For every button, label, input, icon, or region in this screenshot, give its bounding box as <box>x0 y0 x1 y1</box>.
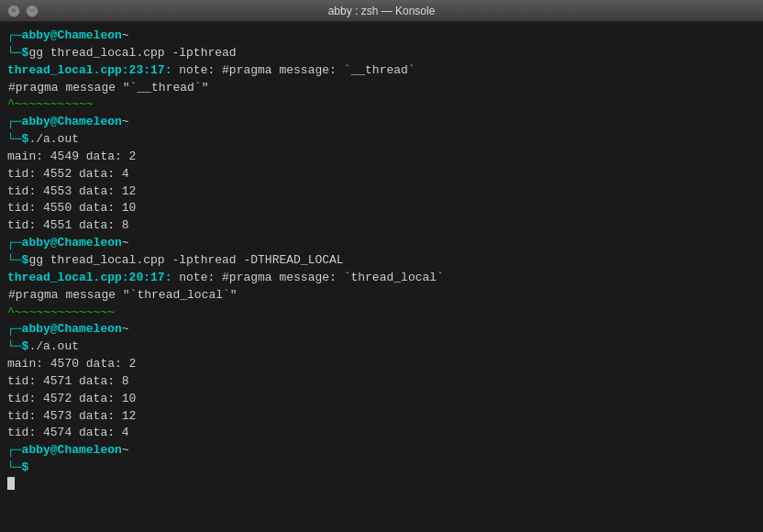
output-line: tid: 4573 data: 12 <box>7 408 756 426</box>
caret-line: ^~~~~~~~~~~~~~~ <box>7 305 756 322</box>
caret-line: ^~~~~~~~~~~~ <box>7 96 756 114</box>
prompt-cmd-line: └─$ <box>7 460 756 477</box>
output-line: tid: 4571 data: 8 <box>7 373 756 391</box>
prompt-tilde: ~ <box>122 321 129 338</box>
prompt-cmd-line: └─$ ./a.out <box>7 338 756 356</box>
output-line: tid: 4572 data: 10 <box>7 391 756 408</box>
output-line: tid: 4574 data: 4 <box>7 425 756 442</box>
note-line: thread_local.cpp:20:17: note: #pragma me… <box>7 270 756 287</box>
prompt-cmd: gg thread_local.cpp -lpthread <box>28 45 236 62</box>
prompt-dollar: └─$ <box>7 252 28 270</box>
titlebar: ✕ − abby : zsh — Konsole <box>0 0 763 22</box>
prompt-tilde: ~ <box>122 235 129 252</box>
output-line: main: 4549 data: 2 <box>7 149 756 166</box>
prompt-tilde: ~ <box>122 442 129 460</box>
prompt-host: ┌─abby@Chameleon <box>7 28 122 45</box>
output-line: tid: 4550 data: 10 <box>7 200 756 217</box>
output-line: main: 4570 data: 2 <box>7 356 756 373</box>
close-button[interactable]: ✕ <box>7 5 20 17</box>
prompt-tilde: ~ <box>122 114 129 131</box>
prompt-host: ┌─abby@Chameleon <box>7 114 122 131</box>
note-line: thread_local.cpp:23:17: note: #pragma me… <box>7 62 756 80</box>
prompt-dollar: └─$ <box>7 338 28 356</box>
prompt-line: ┌─abby@Chameleon ~ <box>7 114 756 131</box>
pragma-line: #pragma message "`thread_local`" <box>7 287 756 305</box>
pragma-line: #pragma message "`__thread`" <box>7 80 756 97</box>
prompt-cmd-line: └─$ ./a.out <box>7 131 756 149</box>
terminal: ┌─abby@Chameleon ~└─$ gg thread_local.cp… <box>0 22 763 532</box>
cursor-line <box>7 477 756 490</box>
prompt-cmd: gg thread_local.cpp -lpthread -DTHREAD_L… <box>28 252 343 270</box>
prompt-host: ┌─abby@Chameleon <box>7 235 122 252</box>
titlebar-buttons[interactable]: ✕ − <box>7 5 39 17</box>
prompt-cmd: ./a.out <box>28 131 79 149</box>
output-line: tid: 4551 data: 8 <box>7 217 756 235</box>
output-line: tid: 4552 data: 4 <box>7 166 756 183</box>
prompt-line: ┌─abby@Chameleon ~ <box>7 28 756 45</box>
output-line: tid: 4553 data: 12 <box>7 183 756 201</box>
prompt-tilde: ~ <box>122 28 129 45</box>
minimize-button[interactable]: − <box>26 5 39 17</box>
prompt-host: ┌─abby@Chameleon <box>7 442 122 460</box>
window-title: abby : zsh — Konsole <box>328 5 436 17</box>
prompt-dollar: └─$ <box>7 131 28 149</box>
prompt-dollar: └─$ <box>7 460 28 477</box>
prompt-cmd: ./a.out <box>28 338 79 356</box>
prompt-line: ┌─abby@Chameleon ~ <box>7 321 756 338</box>
prompt-cmd-line: └─$ gg thread_local.cpp -lpthread -DTHRE… <box>7 252 756 270</box>
terminal-cursor <box>7 477 15 490</box>
prompt-dollar: └─$ <box>7 45 28 62</box>
prompt-line: ┌─abby@Chameleon ~ <box>7 235 756 252</box>
prompt-host: ┌─abby@Chameleon <box>7 321 122 338</box>
prompt-line: ┌─abby@Chameleon ~ <box>7 442 756 460</box>
prompt-cmd-line: └─$ gg thread_local.cpp -lpthread <box>7 45 756 62</box>
